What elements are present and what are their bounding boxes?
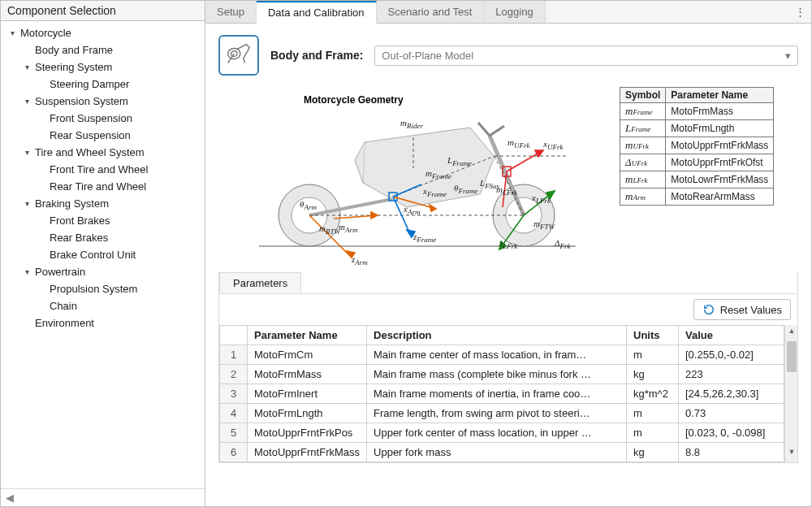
scroll-up-icon[interactable]: ▲ xyxy=(785,327,797,340)
table-column-header[interactable] xyxy=(220,326,248,345)
kebab-menu-icon[interactable]: ⋮ xyxy=(788,1,811,23)
top-tab[interactable]: Scenario and Test xyxy=(377,1,485,23)
cell-value[interactable]: [0.255,0,-0.02] xyxy=(679,345,784,365)
cell-units[interactable]: m xyxy=(627,404,679,423)
cell-units[interactable]: m xyxy=(627,345,679,365)
tree-item-label: Steering System xyxy=(35,61,112,73)
scroll-down-icon[interactable]: ▼ xyxy=(785,448,797,461)
tree-item[interactable]: ▾Motorcycle xyxy=(1,24,205,41)
table-row[interactable]: 2MotoFrmMassMain frame mass (complete bi… xyxy=(220,365,784,384)
parameters-section: Parameters Reset Values Parameter NameDe… xyxy=(218,272,798,463)
tree-item[interactable]: Rear Suspension xyxy=(1,127,205,144)
tree-item[interactable]: ▾Powertrain xyxy=(1,263,205,280)
tree-item[interactable]: Brake Control Unit xyxy=(1,246,205,263)
symbol-legend-table: Symbol Parameter Name mFrameMotoFrmMassL… xyxy=(620,87,774,206)
cell-name[interactable]: MotoUpprFrntFrkPos xyxy=(248,423,367,443)
cell-units[interactable]: kg*m^2 xyxy=(627,384,679,404)
table-row[interactable]: 3MotoFrmInertMain frame moments of inert… xyxy=(220,384,784,404)
row-number: 6 xyxy=(220,443,248,462)
tree-item-label: Braking System xyxy=(35,197,109,210)
cell-units[interactable]: kg xyxy=(627,365,679,384)
legend-row: LFrameMotoFrmLngth xyxy=(620,120,774,137)
cell-value[interactable]: [24.5,26.2,30.3] xyxy=(679,384,784,404)
expander-icon[interactable]: ▾ xyxy=(22,63,32,72)
tree-item-label: Rear Tire and Wheel xyxy=(50,180,146,193)
tree-item[interactable]: Body and Frame xyxy=(1,41,205,58)
cell-value[interactable]: 0.73 xyxy=(679,404,784,423)
table-column-header[interactable]: Description xyxy=(367,326,627,345)
tree-item[interactable]: Environment xyxy=(1,314,205,332)
expander-icon[interactable]: ▾ xyxy=(22,97,32,106)
tab-parameters[interactable]: Parameters xyxy=(219,272,301,293)
reset-values-button[interactable]: Reset Values xyxy=(693,299,791,320)
tree-item[interactable]: Front Tire and Wheel xyxy=(1,161,205,178)
tree-item[interactable]: Steering Damper xyxy=(1,76,205,93)
cell-value[interactable]: 8.8 xyxy=(679,443,784,462)
cell-desc[interactable]: Main frame moments of inertia, in frame … xyxy=(367,384,627,404)
svg-text:mArm: mArm xyxy=(339,222,358,234)
tree-item-label: Rear Suspension xyxy=(50,129,131,141)
table-column-header[interactable]: Units xyxy=(627,326,679,345)
parameters-table[interactable]: Parameter NameDescriptionUnitsValue 1Mot… xyxy=(219,325,784,462)
tree-item-label: Powertrain xyxy=(35,266,85,278)
cell-desc[interactable]: Frame length, from swing arm pivot to st… xyxy=(367,404,627,423)
tree-item[interactable]: Front Suspension xyxy=(1,110,205,127)
cell-name[interactable]: MotoFrmCm xyxy=(248,345,367,365)
svg-text:zArm: zArm xyxy=(351,254,368,266)
table-column-header[interactable]: Value xyxy=(679,326,784,345)
table-row[interactable]: 1MotoFrmCmMain frame center of mass loca… xyxy=(220,345,784,365)
cell-desc[interactable]: Main frame mass (complete bike minus for… xyxy=(367,365,627,384)
model-select[interactable]: Out-of-Plane Model ▾ xyxy=(374,46,798,66)
collapse-left-icon[interactable]: ◀ xyxy=(6,492,14,504)
tree-item-label: Brake Control Unit xyxy=(50,249,136,261)
legend-row: mArmMotoRearArmMass xyxy=(620,188,774,206)
tree-item[interactable]: ▾Braking System xyxy=(1,195,205,212)
expander-icon[interactable]: ▾ xyxy=(22,148,32,157)
model-select-value: Out-of-Plane Model xyxy=(382,50,473,62)
svg-text:xUFrk: xUFrk xyxy=(542,139,564,151)
cell-value[interactable]: [0.023, 0, -0.098] xyxy=(679,423,784,443)
legend-row: mFrameMotoFrmMass xyxy=(620,103,774,120)
row-number: 4 xyxy=(220,404,248,423)
cell-desc[interactable]: Main frame center of mass location, in f… xyxy=(367,345,627,365)
tree-item[interactable]: Rear Brakes xyxy=(1,229,205,246)
component-tree[interactable]: ▾MotorcycleBody and Frame▾Steering Syste… xyxy=(1,21,205,488)
tree-item[interactable]: ▾Steering System xyxy=(1,58,205,76)
top-tab[interactable]: Logging xyxy=(484,1,545,23)
expander-icon[interactable]: ▾ xyxy=(22,199,32,208)
cell-desc[interactable]: Upper fork mass xyxy=(367,443,627,462)
cell-name[interactable]: MotoUpprFrntFrkMass xyxy=(248,443,367,462)
cell-desc[interactable]: Upper fork center of mass location, in u… xyxy=(367,423,627,443)
table-row[interactable]: 5MotoUpprFrntFrkPosUpper fork center of … xyxy=(220,423,784,443)
scroll-thumb[interactable] xyxy=(787,341,797,372)
tree-item-label: Tire and Wheel System xyxy=(35,146,145,158)
top-tab[interactable]: Data and Calibration xyxy=(257,1,377,24)
svg-text:mUFrk: mUFrk xyxy=(508,137,530,150)
table-row[interactable]: 6MotoUpprFrntFrkMassUpper fork masskg8.8 xyxy=(220,443,784,462)
table-scrollbar[interactable]: ▲ ▼ xyxy=(784,325,797,462)
tree-item[interactable]: Rear Tire and Wheel xyxy=(1,178,205,195)
tree-item[interactable]: ▾Tire and Wheel System xyxy=(1,144,205,161)
cell-name[interactable]: MotoFrmMass xyxy=(248,365,367,384)
tree-item[interactable]: Propulsion System xyxy=(1,280,205,297)
table-column-header[interactable]: Parameter Name xyxy=(248,326,367,345)
cell-value[interactable]: 223 xyxy=(679,365,784,384)
expander-icon[interactable]: ▾ xyxy=(22,267,32,276)
cell-units[interactable]: m xyxy=(627,423,679,443)
tree-item[interactable]: ▾Suspension System xyxy=(1,93,205,110)
cell-units[interactable]: kg xyxy=(627,443,679,462)
table-row[interactable]: 4MotoFrmLngthFrame length, from swing ar… xyxy=(220,404,784,423)
cell-name[interactable]: MotoFrmLngth xyxy=(248,404,367,423)
svg-text:zFrame: zFrame xyxy=(412,232,436,244)
top-tab[interactable]: Setup xyxy=(205,1,257,23)
tree-item-label: Front Suspension xyxy=(50,112,132,124)
cell-name[interactable]: MotoFrmInert xyxy=(248,384,367,404)
tree-item[interactable]: Front Brakes xyxy=(1,212,205,229)
top-tabs: SetupData and CalibrationScenario and Te… xyxy=(205,1,811,24)
component-icon[interactable] xyxy=(218,35,259,76)
diagram-title: Motorcycle Geometry xyxy=(304,94,404,106)
row-number: 1 xyxy=(220,345,248,365)
svg-text:mRider: mRider xyxy=(400,118,423,130)
tree-item[interactable]: Chain xyxy=(1,297,205,314)
expander-icon[interactable]: ▾ xyxy=(7,28,17,37)
